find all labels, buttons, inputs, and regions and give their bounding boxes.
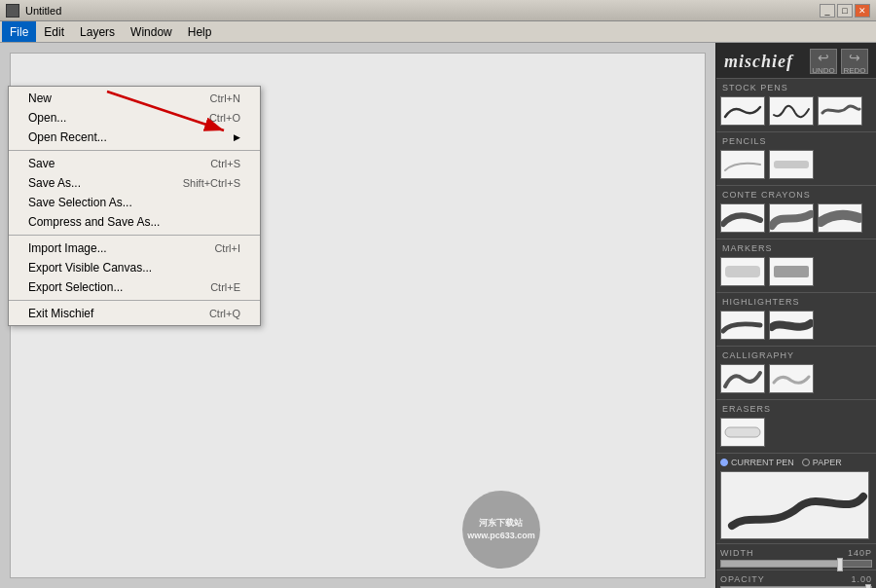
pencils-row	[720, 150, 872, 179]
calligraphy-section: CALLIGRAPHY	[716, 347, 876, 400]
menu-import[interactable]: Import Image... Ctrl+I	[9, 239, 260, 258]
menu-save-selection-as[interactable]: Save Selection As...	[9, 193, 260, 212]
conte-crayons-label: CONTE CRAYONS	[720, 190, 872, 200]
calligraphy-row	[720, 364, 872, 393]
eraser-1[interactable]	[720, 418, 765, 447]
stock-pen-1[interactable]	[720, 96, 765, 126]
width-label-row: WIDTH 140P	[720, 548, 872, 558]
menu-help[interactable]: Help	[180, 21, 220, 42]
title-bar: Untitled _ □ ✕	[0, 0, 876, 21]
menu-save-as[interactable]: Save As... Shift+Ctrl+S	[9, 173, 260, 193]
opacity-label: OPACITY	[720, 574, 765, 584]
svg-rect-2	[774, 161, 809, 168]
menu-new-shortcut: Ctrl+N	[210, 92, 240, 104]
markers-section: MARKERS	[716, 239, 876, 293]
menu-compress-save[interactable]: Compress and Save As...	[9, 212, 260, 232]
paper-label: PAPER	[813, 458, 842, 467]
menu-open-recent-label: Open Recent...	[28, 130, 107, 144]
highlighters-row	[720, 311, 872, 340]
close-button[interactable]: ✕	[855, 4, 870, 18]
menu-save-selection-as-label: Save Selection As...	[28, 196, 132, 209]
title-bar-left: Untitled	[6, 4, 61, 18]
menu-open-recent[interactable]: Open Recent...	[9, 128, 260, 147]
calligraphy-label: CALLIGRAPHY	[720, 350, 872, 360]
menu-exit[interactable]: Exit Mischief Ctrl+Q	[9, 304, 260, 323]
highlighters-section: HIGHLIGHTERS	[716, 293, 876, 347]
maximize-button[interactable]: □	[837, 4, 853, 18]
minimize-button[interactable]: _	[820, 4, 835, 18]
width-slider-fill	[721, 561, 841, 567]
canvas-area: New Ctrl+N Open... Ctrl+O Open Recent...…	[0, 43, 715, 588]
menu-file[interactable]: File	[2, 21, 36, 42]
menu-window[interactable]: Window	[123, 21, 180, 42]
conte-crayons-section: CONTE CRAYONS	[716, 186, 876, 239]
opacity-slider-section: OPACITY 1.00	[716, 570, 876, 588]
menu-save-as-label: Save As...	[28, 176, 81, 190]
menu-export-visible-label: Export Visible Canvas...	[28, 261, 152, 275]
highlighter-1[interactable]	[720, 311, 765, 340]
current-pen-radio-dot	[720, 459, 728, 466]
menu-layers[interactable]: Layers	[72, 21, 123, 42]
highlighters-label: HIGHLIGHTERS	[720, 297, 872, 307]
paper-radio-dot	[802, 459, 810, 466]
highlighter-2[interactable]	[769, 311, 814, 340]
stock-pen-2[interactable]	[769, 96, 814, 126]
right-panel: mischief ↩ UNDO ↪ REDO STOCK PENS	[715, 43, 876, 588]
current-pen-radio[interactable]: CURRENT PEN	[720, 458, 794, 467]
file-dropdown-menu: New Ctrl+N Open... Ctrl+O Open Recent...…	[8, 86, 261, 326]
app-icon	[6, 4, 19, 18]
menu-export-selection[interactable]: Export Selection... Ctrl+E	[9, 277, 260, 297]
menu-import-shortcut: Ctrl+I	[214, 242, 240, 254]
logo-area: mischief ↩ UNDO ↪ REDO	[716, 43, 876, 79]
pencil-1[interactable]	[720, 150, 765, 179]
calligraphy-2[interactable]	[769, 364, 814, 393]
stock-pen-3[interactable]	[818, 96, 862, 126]
menu-edit[interactable]: Edit	[36, 21, 72, 42]
separator-2	[9, 235, 260, 236]
erasers-row	[720, 418, 872, 447]
menu-compress-save-label: Compress and Save As...	[28, 215, 160, 229]
paper-radio[interactable]: PAPER	[802, 458, 842, 467]
pen-preview	[720, 471, 869, 539]
menu-save-as-shortcut: Shift+Ctrl+S	[183, 177, 240, 189]
width-slider-section: WIDTH 140P	[716, 544, 876, 570]
width-slider-track[interactable]	[720, 560, 872, 568]
pencils-section: PENCILS	[716, 132, 876, 186]
undo-button[interactable]: ↩ UNDO	[810, 49, 837, 74]
undo-label: UNDO	[812, 66, 835, 75]
menu-new[interactable]: New Ctrl+N	[9, 89, 260, 108]
conte-2[interactable]	[769, 203, 814, 233]
pencil-2[interactable]	[769, 150, 814, 179]
marker-2[interactable]	[769, 257, 814, 286]
separator-1	[9, 150, 260, 151]
menu-open-label: Open...	[28, 111, 66, 125]
width-slider-thumb[interactable]	[837, 558, 843, 571]
opacity-label-row: OPACITY 1.00	[720, 574, 872, 584]
pencils-label: PENCILS	[720, 136, 872, 146]
menu-export-visible[interactable]: Export Visible Canvas...	[9, 258, 260, 277]
conte-crayons-row	[720, 203, 872, 233]
width-value: 140P	[848, 548, 872, 558]
redo-button[interactable]: ↪ REDO	[841, 49, 868, 74]
conte-3[interactable]	[818, 203, 862, 233]
menu-import-label: Import Image...	[28, 241, 107, 255]
current-pen-header: CURRENT PEN PAPER	[720, 458, 872, 467]
menu-exit-label: Exit Mischief	[28, 307, 93, 320]
menu-export-selection-shortcut: Ctrl+E	[210, 281, 240, 293]
svg-rect-4	[774, 266, 809, 277]
width-label: WIDTH	[720, 548, 754, 558]
stock-pens-section: STOCK PENS	[716, 79, 876, 132]
conte-1[interactable]	[720, 203, 765, 233]
separator-3	[9, 300, 260, 301]
main-area: New Ctrl+N Open... Ctrl+O Open Recent...…	[0, 43, 876, 588]
menu-save-label: Save	[28, 157, 55, 170]
app-logo: mischief	[724, 52, 793, 72]
calligraphy-1[interactable]	[720, 364, 765, 393]
window-controls: _ □ ✕	[820, 4, 870, 18]
opacity-slider-thumb[interactable]	[865, 584, 871, 588]
menu-save[interactable]: Save Ctrl+S	[9, 154, 260, 173]
marker-1[interactable]	[720, 257, 765, 286]
menu-open[interactable]: Open... Ctrl+O	[9, 108, 260, 128]
svg-rect-5	[725, 427, 760, 437]
stock-pens-label: STOCK PENS	[720, 83, 872, 92]
